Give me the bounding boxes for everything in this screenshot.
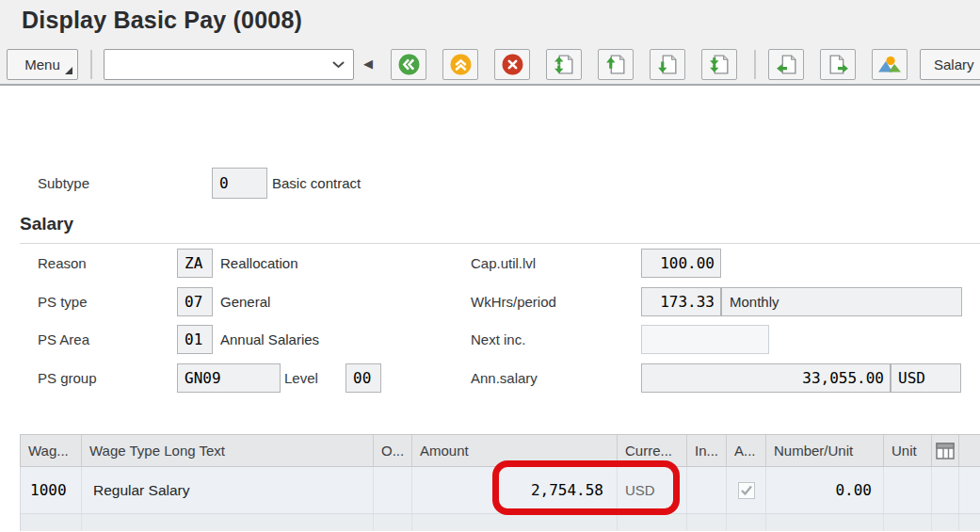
scroll-first-page-button[interactable] <box>546 49 582 80</box>
reason-field[interactable]: ZA <box>177 249 213 278</box>
toolbar-separator <box>754 50 756 79</box>
table-row[interactable]: 1000 Regular Salary 2,754.58 USD 0.00 <box>20 467 980 513</box>
salary-section-title: Salary <box>20 214 73 234</box>
previous-record-button[interactable] <box>768 49 804 80</box>
exit-icon <box>449 53 473 76</box>
wage-type-table: Wag... Wage Type Long Text O... Amount C… <box>20 434 980 531</box>
section-divider <box>20 243 980 244</box>
cancel-icon <box>501 53 524 76</box>
cancel-button[interactable] <box>494 49 530 80</box>
reason-label: Reason <box>38 255 87 271</box>
salary-amounts-button[interactable]: Salary <box>920 49 980 80</box>
ps-type-field[interactable]: 07 <box>177 287 213 316</box>
next-increase-label: Next inc. <box>471 331 525 347</box>
ps-group-label: PS group <box>38 370 97 386</box>
annual-salary-field[interactable]: 33,055.00 <box>641 363 891 393</box>
annual-salary-label: Ann.salary <box>471 370 538 386</box>
exit-button[interactable] <box>442 49 478 80</box>
toolbar-separator <box>90 50 92 79</box>
pay-period-field[interactable]: Monthly <box>721 287 962 316</box>
col-header-wage-type[interactable]: Wag... <box>21 435 82 466</box>
next-record-button[interactable] <box>820 49 856 80</box>
back-button[interactable] <box>391 49 426 80</box>
col-header-indirect[interactable]: In... <box>687 435 727 466</box>
level-field[interactable]: 00 <box>345 363 381 393</box>
col-header-currency[interactable]: Curre... <box>618 435 687 466</box>
scroll-first-page-icon <box>553 53 576 76</box>
scroll-previous-page-button[interactable] <box>598 49 634 80</box>
ps-type-label: PS type <box>38 294 88 310</box>
col-header-number-unit[interactable]: Number/Unit <box>766 435 884 466</box>
cell-amount[interactable]: 2,754.58 <box>412 467 618 513</box>
command-field[interactable] <box>104 49 354 80</box>
annual-checkbox[interactable] <box>738 482 755 499</box>
table-row-filler <box>959 467 980 513</box>
menu-corner-triangle-icon <box>65 67 72 74</box>
cap-util-label: Cap.util.lvl <box>471 255 536 271</box>
back-icon <box>397 53 421 76</box>
ps-area-text: Annual Salaries <box>220 331 319 347</box>
cell-indirect-valuation[interactable] <box>687 467 727 513</box>
subtype-text: Basic contract <box>272 175 361 191</box>
scroll-last-page-icon <box>708 53 731 76</box>
table-header-filler <box>959 435 980 466</box>
ps-type-text: General <box>220 294 270 310</box>
ps-area-field[interactable]: 01 <box>177 325 213 354</box>
table-header-row: Wag... Wage Type Long Text O... Amount C… <box>20 434 980 467</box>
cell-annual <box>727 467 766 513</box>
chevron-down-icon[interactable] <box>332 61 345 69</box>
scroll-previous-page-icon <box>604 53 628 76</box>
sap-display-basic-pay-window: Display Basic Pay (0008) Menu ◀ <box>0 0 980 532</box>
reason-text: Reallocation <box>220 255 298 271</box>
annual-salary-currency-field[interactable]: USD <box>891 363 961 393</box>
table-settings-icon <box>936 443 955 459</box>
table-empty-row[interactable] <box>20 513 980 531</box>
command-input[interactable] <box>110 53 317 76</box>
col-header-operation[interactable]: O... <box>374 435 412 466</box>
wkhrs-period-label: WkHrs/period <box>471 294 556 310</box>
cell-config[interactable] <box>932 467 959 513</box>
salary-button-label: Salary <box>934 56 974 73</box>
title-and-toolbar-bar: Display Basic Pay (0008) Menu ◀ <box>0 0 980 86</box>
subtype-field[interactable]: 0 <box>212 168 267 199</box>
ps-group-field[interactable]: GN09 <box>177 363 281 393</box>
cell-unit[interactable] <box>884 467 932 513</box>
col-header-amount[interactable]: Amount <box>412 435 618 466</box>
cell-wage-type[interactable]: 1000 <box>21 467 82 513</box>
col-header-unit[interactable]: Unit <box>884 435 932 466</box>
previous-record-icon <box>775 53 798 76</box>
overview-button[interactable] <box>872 49 908 80</box>
collapse-toolbar-icon[interactable]: ◀ <box>363 56 373 71</box>
cell-long-text[interactable]: Regular Salary <box>82 467 374 513</box>
cap-util-field[interactable]: 100.00 <box>641 249 721 278</box>
ps-area-label: PS Area <box>38 331 89 347</box>
wkhrs-field[interactable]: 173.33 <box>641 287 721 316</box>
menu-button[interactable]: Menu <box>7 49 78 80</box>
scroll-next-page-icon <box>656 53 680 76</box>
subtype-label: Subtype <box>38 175 89 191</box>
table-configuration-cell[interactable] <box>932 435 959 466</box>
overview-icon <box>877 53 902 76</box>
cell-number-unit[interactable]: 0.00 <box>766 467 884 513</box>
next-record-icon <box>827 53 850 76</box>
scroll-next-page-button[interactable] <box>650 49 685 80</box>
level-label: Level <box>284 370 318 386</box>
cell-operation[interactable] <box>374 467 412 513</box>
col-header-long-text[interactable]: Wage Type Long Text <box>82 435 374 466</box>
menu-button-label: Menu <box>24 56 60 73</box>
col-header-annual[interactable]: A... <box>727 435 766 466</box>
next-increase-field[interactable] <box>641 325 769 354</box>
scroll-last-page-button[interactable] <box>701 49 737 80</box>
page-title: Display Basic Pay (0008) <box>22 7 302 34</box>
cell-currency[interactable]: USD <box>618 467 687 513</box>
